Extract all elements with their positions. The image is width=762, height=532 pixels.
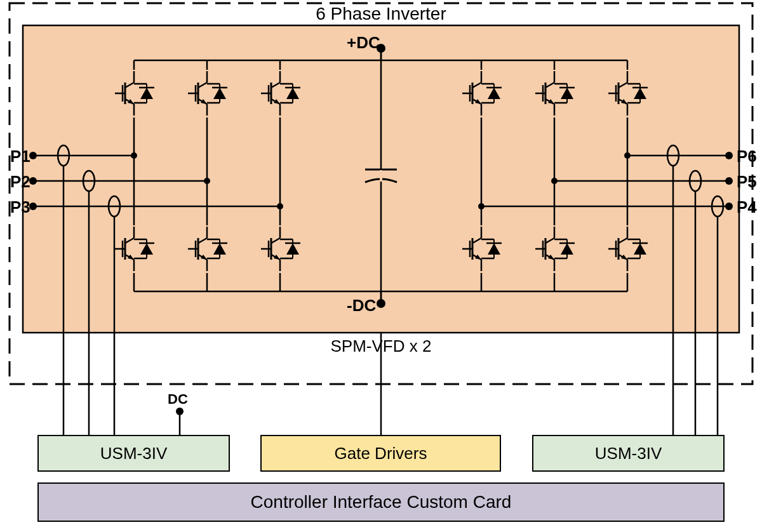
svg-rect-0 [380,170,382,182]
usm-right-block: USM-3IV [532,435,725,472]
svg-point-36 [204,178,210,184]
p6-terminal [725,152,733,159]
svg-point-35 [131,152,137,159]
dc-sense-label: DC [168,391,188,408]
svg-point-39 [551,178,558,184]
p4-label: P4 [737,197,757,217]
dc-sense-node [176,408,184,415]
p1-label: P1 [10,147,30,166]
p3-label: P3 [10,197,30,217]
usm-right-label: USM-3IV [595,444,662,463]
dc-minus-label: -DC [347,296,376,316]
p5-label: P5 [737,172,757,192]
controller-label: Controller Interface Custom Card [251,492,512,512]
controller-block: Controller Interface Custom Card [37,482,725,522]
p2-label: P2 [10,172,30,192]
svg-point-40 [478,203,485,209]
gate-drivers-block: Gate Drivers [260,435,501,472]
gate-drivers-label: Gate Drivers [335,444,427,463]
usm-left-block: USM-3IV [37,435,230,472]
svg-point-38 [624,152,631,159]
p6-label: P6 [737,147,757,166]
spm-label: SPM-VFD x 2 [0,336,762,356]
p5-terminal [725,177,733,185]
diagram-title: 6 Phase Inverter [0,4,762,24]
p4-terminal [725,203,733,210]
usm-left-label: USM-3IV [100,444,167,463]
svg-point-37 [277,203,283,209]
dc-plus-label: +DC [347,33,380,53]
